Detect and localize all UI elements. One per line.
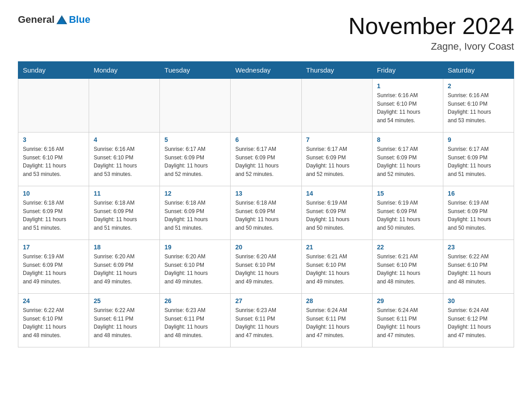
calendar-cell: 15Sunrise: 6:19 AM Sunset: 6:09 PM Dayli… xyxy=(372,186,443,240)
day-info: Sunrise: 6:18 AM Sunset: 6:09 PM Dayligh… xyxy=(235,199,296,232)
calendar-cell: 24Sunrise: 6:22 AM Sunset: 6:10 PM Dayli… xyxy=(18,294,89,347)
day-info: Sunrise: 6:16 AM Sunset: 6:10 PM Dayligh… xyxy=(377,91,438,124)
calendar-cell: 28Sunrise: 6:24 AM Sunset: 6:11 PM Dayli… xyxy=(301,294,372,347)
weekday-header-sunday: Sunday xyxy=(18,62,89,79)
day-info: Sunrise: 6:17 AM Sunset: 6:09 PM Dayligh… xyxy=(448,145,509,178)
day-info: Sunrise: 6:24 AM Sunset: 6:11 PM Dayligh… xyxy=(377,306,438,339)
calendar-cell: 1Sunrise: 6:16 AM Sunset: 6:10 PM Daylig… xyxy=(372,79,443,133)
calendar-week-row: 10Sunrise: 6:18 AM Sunset: 6:09 PM Dayli… xyxy=(18,186,514,240)
day-number: 11 xyxy=(94,190,155,197)
day-info: Sunrise: 6:21 AM Sunset: 6:10 PM Dayligh… xyxy=(306,253,368,286)
day-info: Sunrise: 6:19 AM Sunset: 6:09 PM Dayligh… xyxy=(448,199,509,232)
day-number: 30 xyxy=(448,297,509,304)
day-info: Sunrise: 6:24 AM Sunset: 6:12 PM Dayligh… xyxy=(448,306,509,339)
calendar-cell: 17Sunrise: 6:19 AM Sunset: 6:09 PM Dayli… xyxy=(18,240,89,294)
calendar-cell: 22Sunrise: 6:21 AM Sunset: 6:10 PM Dayli… xyxy=(372,240,443,294)
calendar-cell: 8Sunrise: 6:17 AM Sunset: 6:09 PM Daylig… xyxy=(372,133,443,186)
calendar-cell: 11Sunrise: 6:18 AM Sunset: 6:09 PM Dayli… xyxy=(89,186,160,240)
day-number: 5 xyxy=(164,136,226,143)
day-number: 21 xyxy=(306,244,368,251)
calendar-week-row: 24Sunrise: 6:22 AM Sunset: 6:10 PM Dayli… xyxy=(18,294,514,347)
calendar-header-row: SundayMondayTuesdayWednesdayThursdayFrid… xyxy=(18,62,514,79)
page-header: General Blue November 2024 Zagne, Ivory … xyxy=(18,13,514,52)
calendar-cell: 16Sunrise: 6:19 AM Sunset: 6:09 PM Dayli… xyxy=(443,186,514,240)
calendar-cell: 12Sunrise: 6:18 AM Sunset: 6:09 PM Dayli… xyxy=(160,186,231,240)
day-info: Sunrise: 6:20 AM Sunset: 6:10 PM Dayligh… xyxy=(235,253,296,286)
calendar-cell xyxy=(89,79,160,133)
calendar-cell: 18Sunrise: 6:20 AM Sunset: 6:09 PM Dayli… xyxy=(89,240,160,294)
calendar-cell: 19Sunrise: 6:20 AM Sunset: 6:10 PM Dayli… xyxy=(160,240,231,294)
day-number: 10 xyxy=(23,190,84,197)
day-info: Sunrise: 6:22 AM Sunset: 6:10 PM Dayligh… xyxy=(23,306,84,339)
day-info: Sunrise: 6:18 AM Sunset: 6:09 PM Dayligh… xyxy=(94,199,155,232)
logo-icon xyxy=(56,13,68,26)
calendar-cell: 26Sunrise: 6:23 AM Sunset: 6:11 PM Dayli… xyxy=(160,294,231,347)
day-info: Sunrise: 6:20 AM Sunset: 6:10 PM Dayligh… xyxy=(164,253,226,286)
weekday-header-tuesday: Tuesday xyxy=(160,62,231,79)
day-number: 7 xyxy=(306,136,368,143)
day-info: Sunrise: 6:18 AM Sunset: 6:09 PM Dayligh… xyxy=(23,199,84,232)
day-info: Sunrise: 6:17 AM Sunset: 6:09 PM Dayligh… xyxy=(164,145,226,178)
location-subtitle: Zagne, Ivory Coast xyxy=(348,41,514,52)
day-number: 12 xyxy=(164,190,226,197)
calendar-week-row: 1Sunrise: 6:16 AM Sunset: 6:10 PM Daylig… xyxy=(18,79,514,133)
day-number: 17 xyxy=(23,244,84,251)
day-info: Sunrise: 6:18 AM Sunset: 6:09 PM Dayligh… xyxy=(164,199,226,232)
calendar-cell: 9Sunrise: 6:17 AM Sunset: 6:09 PM Daylig… xyxy=(443,133,514,186)
calendar-cell xyxy=(231,79,301,133)
calendar-cell: 6Sunrise: 6:17 AM Sunset: 6:09 PM Daylig… xyxy=(231,133,301,186)
day-info: Sunrise: 6:16 AM Sunset: 6:10 PM Dayligh… xyxy=(94,145,155,178)
day-info: Sunrise: 6:23 AM Sunset: 6:11 PM Dayligh… xyxy=(235,306,296,339)
day-info: Sunrise: 6:19 AM Sunset: 6:09 PM Dayligh… xyxy=(23,253,84,286)
day-number: 29 xyxy=(377,297,438,304)
weekday-header-friday: Friday xyxy=(372,62,443,79)
calendar-cell xyxy=(160,79,231,133)
day-info: Sunrise: 6:24 AM Sunset: 6:11 PM Dayligh… xyxy=(306,306,368,339)
day-info: Sunrise: 6:17 AM Sunset: 6:09 PM Dayligh… xyxy=(306,145,368,178)
calendar-cell: 27Sunrise: 6:23 AM Sunset: 6:11 PM Dayli… xyxy=(231,294,301,347)
day-info: Sunrise: 6:20 AM Sunset: 6:09 PM Dayligh… xyxy=(94,253,155,286)
day-number: 13 xyxy=(235,190,296,197)
day-number: 14 xyxy=(306,190,368,197)
calendar-cell xyxy=(18,79,89,133)
day-number: 9 xyxy=(448,136,509,143)
day-number: 28 xyxy=(306,297,368,304)
day-number: 18 xyxy=(94,244,155,251)
calendar-cell: 25Sunrise: 6:22 AM Sunset: 6:11 PM Dayli… xyxy=(89,294,160,347)
weekday-header-wednesday: Wednesday xyxy=(231,62,301,79)
day-info: Sunrise: 6:22 AM Sunset: 6:11 PM Dayligh… xyxy=(94,306,155,339)
day-number: 27 xyxy=(235,297,296,304)
weekday-header-monday: Monday xyxy=(89,62,160,79)
day-number: 26 xyxy=(164,297,226,304)
day-info: Sunrise: 6:16 AM Sunset: 6:10 PM Dayligh… xyxy=(448,91,509,124)
day-info: Sunrise: 6:19 AM Sunset: 6:09 PM Dayligh… xyxy=(306,199,368,232)
day-info: Sunrise: 6:17 AM Sunset: 6:09 PM Dayligh… xyxy=(235,145,296,178)
day-info: Sunrise: 6:17 AM Sunset: 6:09 PM Dayligh… xyxy=(377,145,438,178)
calendar-cell: 10Sunrise: 6:18 AM Sunset: 6:09 PM Dayli… xyxy=(18,186,89,240)
calendar-cell: 4Sunrise: 6:16 AM Sunset: 6:10 PM Daylig… xyxy=(89,133,160,186)
day-number: 2 xyxy=(448,82,509,90)
calendar-cell: 23Sunrise: 6:22 AM Sunset: 6:10 PM Dayli… xyxy=(443,240,514,294)
calendar-cell: 21Sunrise: 6:21 AM Sunset: 6:10 PM Dayli… xyxy=(301,240,372,294)
day-info: Sunrise: 6:22 AM Sunset: 6:10 PM Dayligh… xyxy=(448,253,509,286)
day-info: Sunrise: 6:16 AM Sunset: 6:10 PM Dayligh… xyxy=(23,145,84,178)
logo: General Blue xyxy=(18,13,90,26)
calendar-cell: 30Sunrise: 6:24 AM Sunset: 6:12 PM Dayli… xyxy=(443,294,514,347)
month-year-title: November 2024 xyxy=(348,13,514,39)
title-section: November 2024 Zagne, Ivory Coast xyxy=(348,13,514,52)
calendar-table: SundayMondayTuesdayWednesdayThursdayFrid… xyxy=(18,61,514,347)
day-number: 15 xyxy=(377,190,438,197)
calendar-cell: 29Sunrise: 6:24 AM Sunset: 6:11 PM Dayli… xyxy=(372,294,443,347)
calendar-cell xyxy=(301,79,372,133)
day-number: 20 xyxy=(235,244,296,251)
calendar-cell: 20Sunrise: 6:20 AM Sunset: 6:10 PM Dayli… xyxy=(231,240,301,294)
calendar-cell: 5Sunrise: 6:17 AM Sunset: 6:09 PM Daylig… xyxy=(160,133,231,186)
calendar-week-row: 3Sunrise: 6:16 AM Sunset: 6:10 PM Daylig… xyxy=(18,133,514,186)
day-number: 25 xyxy=(94,297,155,304)
day-number: 23 xyxy=(448,244,509,251)
day-number: 16 xyxy=(448,190,509,197)
day-number: 19 xyxy=(164,244,226,251)
calendar-cell: 13Sunrise: 6:18 AM Sunset: 6:09 PM Dayli… xyxy=(231,186,301,240)
calendar-cell: 2Sunrise: 6:16 AM Sunset: 6:10 PM Daylig… xyxy=(443,79,514,133)
weekday-header-thursday: Thursday xyxy=(301,62,372,79)
